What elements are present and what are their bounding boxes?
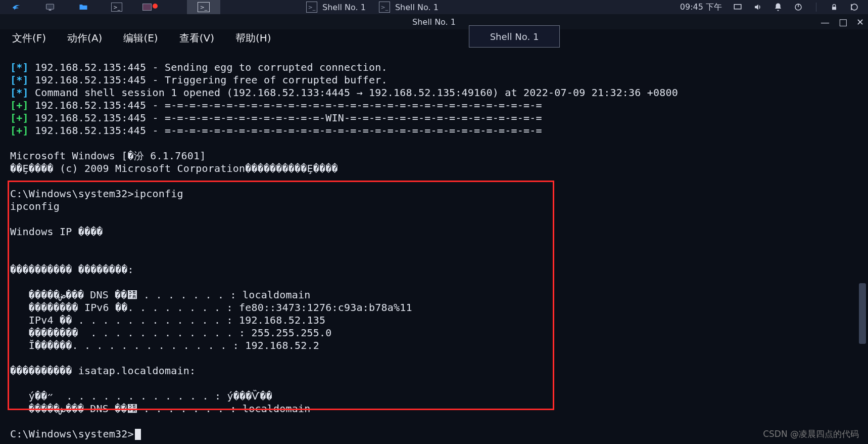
terminal-line: ���������� ��������:: [10, 263, 134, 276]
scrollbar-track[interactable]: [858, 30, 866, 441]
status-prefix: [*]: [10, 61, 29, 73]
status-prefix: [*]: [10, 74, 29, 86]
menu-action[interactable]: 动作(A): [67, 31, 102, 45]
window-titlebar[interactable]: Shell No. 1 — □ ✕: [0, 14, 868, 29]
menu-file[interactable]: 文件(F): [12, 31, 46, 45]
svg-rect-5: [832, 7, 836, 10]
status-prefix: [*]: [10, 86, 29, 99]
terminal-icon: >_: [111, 3, 122, 12]
window-tab-label: Shell No. 1: [395, 3, 439, 12]
power-icon[interactable]: [794, 3, 803, 12]
window-tab-1[interactable]: >_ Shell No. 1: [306, 2, 366, 13]
notifications-icon[interactable]: [774, 3, 783, 12]
terminal-line: 192.168.52.135:445 - =-=-=-=-=-=-=-=-=-=…: [29, 99, 542, 111]
kali-dragon-icon: [12, 2, 22, 12]
terminal-line: 192.168.52.135:445 - Triggering free of …: [29, 74, 388, 86]
record-icon: [142, 4, 158, 11]
terminal-line: �����ض��� DNS ��׺ . . . . . . . : locald…: [10, 289, 311, 301]
separator: [816, 3, 816, 12]
terminal-line: 192.168.52.135:445 - =-=-=-=-=-=-=-=-=-=…: [29, 124, 542, 137]
terminal-line: ipconfig: [10, 200, 60, 212]
terminal-icon: >_: [379, 2, 390, 13]
terminal-line: Ĭ������. . . . . . . . . . . . . : 192.1…: [10, 339, 319, 351]
terminal-prompt: C:\Windows\system32>: [10, 428, 134, 440]
terminal-icon: >_: [306, 2, 317, 13]
window-title: Shell No. 1: [412, 17, 456, 27]
svg-rect-2: [734, 5, 741, 9]
terminal-line: C:\Windows\system32>ipconfig: [10, 188, 183, 200]
file-manager-button[interactable]: [67, 0, 100, 14]
window-tab-label: Shell No. 1: [322, 3, 366, 12]
lock-icon[interactable]: [830, 3, 839, 12]
terminal-line: IPv4 �� . . . . . . . . . . . . : 192.16…: [10, 314, 325, 326]
terminal-launcher-button[interactable]: >_: [100, 0, 133, 14]
minimize-button[interactable]: —: [821, 17, 830, 27]
window-preview-tooltip: Shell No. 1: [469, 25, 560, 48]
maximize-button[interactable]: □: [839, 17, 847, 27]
menu-view[interactable]: 查看(V): [179, 31, 214, 45]
scrollbar-thumb[interactable]: [859, 283, 866, 344]
logout-icon[interactable]: [850, 3, 859, 12]
window-controls: — □ ✕: [821, 14, 864, 29]
terminal-line: ���������� isatap.localdomain:: [10, 365, 196, 377]
success-prefix: [+]: [10, 124, 29, 137]
terminal-line: ��Ȩ���� (c) 2009 Microsoft Corporation��…: [10, 162, 338, 174]
menu-bar: 文件(F) 动作(A) 编辑(E) 查看(V) 帮助(H): [0, 29, 868, 47]
desktop-icon: [45, 2, 55, 12]
terminal-icon: >_: [198, 2, 210, 12]
preview-label: Shell No. 1: [490, 31, 539, 42]
terminal-line: Command shell session 1 opened (192.168.…: [29, 86, 678, 99]
terminal-line: �������� IPv6 ��. . . . . . . . : fe80::…: [10, 301, 412, 314]
svg-rect-1: [49, 10, 52, 11]
panel-left: >_ >_: [0, 0, 220, 14]
menu-edit[interactable]: 编辑(E): [123, 31, 158, 45]
watermark: CSDN @凌晨四点的代码: [763, 428, 859, 440]
display-icon[interactable]: [733, 3, 742, 12]
menu-help[interactable]: 帮助(H): [235, 31, 271, 45]
screen-recorder-button[interactable]: [133, 0, 167, 14]
close-button[interactable]: ✕: [856, 17, 864, 27]
panel-right: 09:45 下午: [680, 2, 868, 13]
volume-icon[interactable]: [753, 3, 762, 12]
show-desktop-button[interactable]: [33, 0, 67, 14]
kali-menu-button[interactable]: [0, 0, 33, 14]
clock[interactable]: 09:45 下午: [680, 2, 722, 13]
os-top-panel: >_ >_ >_ Shell No. 1 >_ Shell No. 1 09:4…: [0, 0, 868, 14]
terminal-output[interactable]: [*] 192.168.52.135:445 - Sending egg to …: [0, 47, 868, 440]
terminal-line: 192.168.52.135:445 - =-=-=-=-=-=-=-=-=-=…: [29, 112, 542, 124]
terminal-line: �����ض��� DNS ��׺ . . . . . . . : locald…: [10, 403, 311, 415]
terminal-line: 192.168.52.135:445 - Sending egg to corr…: [29, 61, 388, 73]
cursor: [135, 429, 141, 440]
terminal-line: Microsoft Windows [�汾 6.1.7601]: [10, 150, 206, 162]
terminal-line: ý��״ . . . . . . . . . . . . : ý���Ѷ��: [10, 390, 272, 402]
success-prefix: [+]: [10, 99, 29, 111]
folder-icon: [78, 2, 88, 12]
success-prefix: [+]: [10, 112, 29, 124]
terminal-line: �������� . . . . . . . . . . . . : 255.2…: [10, 327, 332, 339]
window-tab-2[interactable]: >_ Shell No. 1: [379, 2, 439, 13]
taskbar-app-terminal[interactable]: >_: [187, 0, 220, 14]
window-list: >_ Shell No. 1 >_ Shell No. 1: [306, 2, 439, 13]
terminal-line: Windows IP ����: [10, 226, 103, 238]
svg-rect-0: [46, 4, 54, 9]
